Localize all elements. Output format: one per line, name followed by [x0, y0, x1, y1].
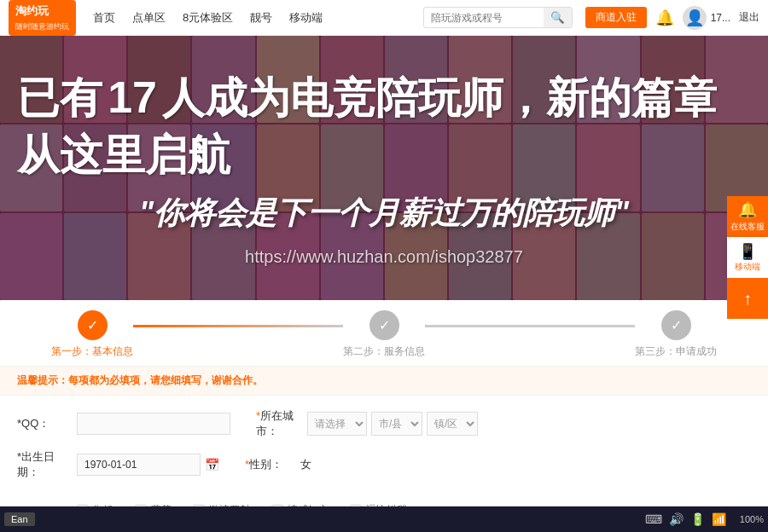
city-select-province[interactable]: 请选择 — [307, 412, 367, 436]
form-area: *QQ： *所在城市： 请选择 市/县 镇/区 *出生日期： 📅 *性别： 女 — [0, 395, 768, 499]
step-connector-1 — [133, 325, 343, 327]
taskbar-icon-3[interactable]: 🔋 — [690, 512, 705, 526]
search-input[interactable] — [424, 9, 544, 26]
user-avatar-area[interactable]: 👤 17... — [683, 6, 730, 30]
logout-button[interactable]: 退出 — [739, 10, 759, 25]
step-3-circle: ✓ — [661, 310, 691, 340]
taskbar-icons: ⌨ 🔊 🔋 📶 100% — [645, 512, 764, 526]
banner: 已有 17 人成为电竞陪玩师，新的篇章从这里启航 "你将会是下一个月薪过万的陪玩… — [0, 36, 768, 300]
side-btn-mobile[interactable]: 📱 移动端 — [727, 237, 768, 278]
steps-bar: ✓ 第一步：基本信息 ✓ 第二步：服务信息 ✓ 第三步：申请成功 — [0, 300, 768, 366]
chat-label: 在线客服 — [730, 221, 765, 233]
taskbar-icon-network[interactable]: 📶 — [712, 512, 726, 526]
nav-orders[interactable]: 点单区 — [132, 10, 166, 26]
step-2: ✓ 第二步：服务信息 — [343, 310, 425, 359]
zoom-level: 100% — [740, 514, 764, 524]
search-bar: 🔍 — [423, 7, 573, 28]
mobile-label: 移动端 — [735, 261, 760, 273]
calendar-icon[interactable]: 📅 — [205, 458, 219, 471]
step-2-circle: ✓ — [369, 310, 399, 340]
taskbar-icon-1[interactable]: ⌨ — [645, 512, 662, 526]
top-icon: ↑ — [743, 289, 752, 309]
step-1-label: 第一步：基本信息 — [51, 344, 133, 359]
taskbar: Ean ⌨ 🔊 🔋 📶 100% — [0, 506, 768, 532]
search-button[interactable]: 🔍 — [544, 8, 572, 27]
form-row-birth-gender: *出生日期： 📅 *性别： 女 — [17, 449, 751, 480]
gender-section: *性别： 女 — [245, 457, 751, 472]
nav-number[interactable]: 靓号 — [250, 10, 272, 26]
gender-label: *性别： — [245, 457, 296, 472]
birth-input[interactable] — [77, 454, 201, 476]
side-float: 🔔 在线客服 📱 移动端 ↑ — [727, 196, 768, 319]
city-select-county[interactable]: 市/县 — [371, 412, 422, 436]
city-select-district[interactable]: 镇/区 — [427, 412, 478, 436]
taskbar-icon-2[interactable]: 🔊 — [669, 512, 684, 526]
start-button[interactable]: Ean — [4, 512, 35, 526]
banner-url: https://www.huzhan.com/ishop32877 — [245, 247, 523, 267]
step-2-label: 第二步：服务信息 — [343, 344, 425, 359]
step-3-label: 第三步：申请成功 — [635, 344, 717, 359]
avatar: 👤 — [683, 6, 707, 30]
nav-mobile[interactable]: 移动端 — [289, 10, 323, 26]
username: 17... — [711, 12, 730, 24]
qq-input[interactable] — [77, 413, 230, 435]
warning-text: 温馨提示：每项都为必填项，请您细填写，谢谢合作。 — [17, 374, 263, 386]
step-1: ✓ 第一步：基本信息 — [51, 310, 133, 359]
mobile-icon: 📱 — [738, 242, 757, 261]
warning-bar: 温馨提示：每项都为必填项，请您细填写，谢谢合作。 — [0, 366, 768, 395]
side-btn-top[interactable]: ↑ — [727, 278, 768, 319]
banner-title1: 已有 17 人成为电竞陪玩师，新的篇章从这里启航 — [17, 70, 751, 184]
city-section: *所在城市： 请选择 市/县 镇/区 — [256, 408, 751, 439]
banner-title2: "你将会是下一个月薪过万的陪玩师" — [139, 193, 629, 234]
birth-label: *出生日期： — [17, 449, 77, 480]
qq-label: *QQ： — [17, 416, 77, 431]
banner-content: 已有 17 人成为电竞陪玩师，新的篇章从这里启航 "你将会是下一个月薪过万的陪玩… — [0, 36, 768, 300]
step-3: ✓ 第三步：申请成功 — [635, 310, 717, 359]
message-icon[interactable]: 🔔 — [655, 9, 674, 27]
step-1-circle: ✓ — [78, 310, 108, 340]
chat-icon: 🔔 — [738, 200, 757, 219]
city-label: *所在城市： — [256, 408, 307, 439]
gender-value: 女 — [300, 457, 311, 472]
logo: 淘约玩 随时随意游约玩 — [9, 0, 76, 36]
nav: 首页 点单区 8元体验区 靓号 移动端 — [93, 10, 410, 26]
step-connector-2 — [425, 325, 635, 327]
side-btn-chat[interactable]: 🔔 在线客服 — [727, 196, 768, 237]
nav-experience[interactable]: 8元体验区 — [183, 10, 233, 26]
form-row-qq-city: *QQ： *所在城市： 请选择 市/县 镇/区 — [17, 408, 751, 439]
header: 淘约玩 随时随意游约玩 首页 点单区 8元体验区 靓号 移动端 🔍 商道入驻 🔔… — [0, 0, 768, 36]
login-button[interactable]: 商道入驻 — [585, 7, 647, 28]
header-actions: 商道入驻 🔔 👤 17... 退出 — [585, 6, 759, 30]
nav-home[interactable]: 首页 — [93, 10, 115, 26]
